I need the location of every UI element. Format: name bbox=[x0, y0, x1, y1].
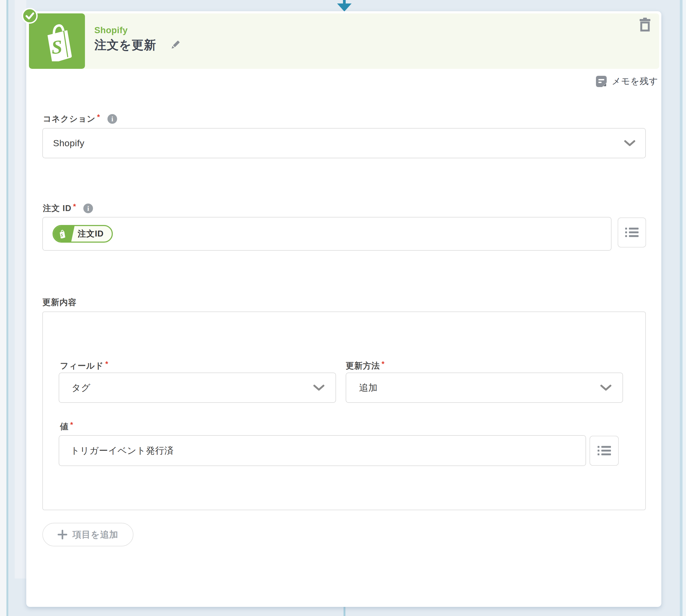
connection-label-row: コネクション * i bbox=[43, 114, 117, 124]
chevron-down-icon bbox=[624, 140, 636, 147]
canvas-left-lane bbox=[15, 0, 26, 578]
connection-label: コネクション bbox=[43, 114, 95, 124]
required-asterisk: * bbox=[382, 360, 385, 368]
shopify-action-card: S Shopify 注文を更新 bbox=[26, 11, 661, 607]
shopify-bag-icon: S bbox=[37, 21, 77, 61]
required-asterisk: * bbox=[97, 114, 100, 121]
chevron-down-icon bbox=[600, 384, 612, 391]
svg-text:S: S bbox=[61, 233, 63, 238]
action-title-row: 注文を更新 bbox=[94, 37, 181, 53]
connection-select[interactable]: Shopify bbox=[42, 128, 646, 158]
edit-title-pencil-icon[interactable] bbox=[170, 39, 181, 51]
service-name: Shopify bbox=[94, 25, 128, 35]
add-item-label: 項目を追加 bbox=[72, 529, 119, 541]
chevron-down-icon bbox=[313, 384, 325, 391]
add-item-button[interactable]: 項目を追加 bbox=[42, 523, 133, 546]
token-shopify-bag-icon: S bbox=[53, 226, 70, 242]
connection-info-icon[interactable]: i bbox=[107, 114, 117, 124]
method-select[interactable]: 追加 bbox=[346, 373, 623, 403]
method-label: 更新方法 bbox=[346, 361, 380, 371]
connection-selected-value: Shopify bbox=[53, 138, 84, 148]
required-asterisk: * bbox=[70, 421, 73, 428]
field-label-row: フィールド * bbox=[60, 361, 108, 371]
token-label: 注文ID bbox=[70, 226, 112, 242]
method-label-row: 更新方法 * bbox=[346, 361, 385, 371]
leave-memo-button[interactable]: メモを残す bbox=[596, 75, 658, 87]
order-id-label: 注文 ID bbox=[43, 203, 71, 213]
required-asterisk: * bbox=[105, 360, 108, 368]
list-icon bbox=[598, 445, 611, 456]
plus-icon bbox=[58, 530, 67, 540]
trash-icon bbox=[640, 18, 650, 31]
canvas-right-margin bbox=[683, 0, 686, 616]
order-id-input[interactable]: S 注文ID bbox=[42, 217, 612, 251]
canvas-right-guide-line bbox=[680, 0, 683, 616]
order-id-info-icon[interactable]: i bbox=[83, 203, 93, 213]
connector-arrow-down-icon bbox=[337, 3, 351, 12]
field-selected-value: タグ bbox=[71, 382, 90, 394]
memo-note-icon bbox=[596, 75, 607, 87]
workflow-canvas: S Shopify 注文を更新 bbox=[0, 0, 686, 616]
value-input[interactable]: トリガーイベント発行済 bbox=[59, 435, 586, 466]
leave-memo-label: メモを残す bbox=[612, 75, 658, 87]
update-contents-group: フィールド * タグ 更新方法 * 追加 bbox=[42, 311, 646, 510]
value-label-row: 値 * bbox=[60, 422, 73, 432]
field-select[interactable]: タグ bbox=[59, 373, 336, 403]
svg-text:i: i bbox=[111, 115, 113, 123]
required-asterisk: * bbox=[73, 203, 76, 210]
connector-line-bottom bbox=[344, 607, 345, 616]
list-icon bbox=[625, 227, 639, 238]
svg-text:S: S bbox=[51, 36, 63, 58]
order-id-label-row: 注文 ID * i bbox=[43, 203, 93, 213]
value-variable-picker-button[interactable] bbox=[589, 436, 619, 466]
canvas-left-guide-line bbox=[6, 0, 8, 616]
order-id-variable-token[interactable]: S 注文ID bbox=[52, 225, 113, 243]
order-id-variable-picker-button[interactable] bbox=[618, 218, 646, 247]
canvas-left-margin bbox=[0, 0, 6, 616]
delete-step-button[interactable] bbox=[640, 18, 650, 31]
action-title: 注文を更新 bbox=[94, 37, 156, 53]
step-complete-check-icon bbox=[21, 7, 38, 24]
method-selected-value: 追加 bbox=[359, 382, 378, 394]
update-contents-label: 更新内容 bbox=[42, 297, 77, 308]
field-label: フィールド bbox=[60, 361, 104, 371]
value-input-text: トリガーイベント発行済 bbox=[70, 445, 174, 457]
svg-text:i: i bbox=[87, 205, 89, 213]
value-label: 値 bbox=[60, 422, 69, 432]
